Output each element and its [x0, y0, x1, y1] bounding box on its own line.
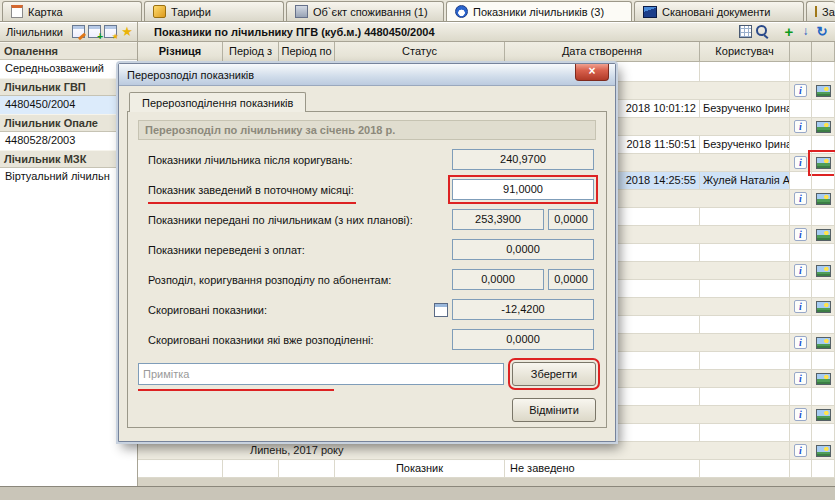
- info-cell[interactable]: і: [790, 298, 812, 316]
- calc-icon[interactable]: [434, 303, 448, 317]
- column-header[interactable]: Різниця: [138, 42, 223, 62]
- info-icon[interactable]: і: [794, 300, 807, 313]
- photo-icon[interactable]: [816, 445, 831, 457]
- dialog-field-2: Показник заведений в поточному місяці:91…: [138, 179, 596, 200]
- column-header[interactable]: Статус: [335, 42, 505, 62]
- photo-icon[interactable]: [816, 193, 831, 205]
- cell: [790, 244, 812, 262]
- tab-3[interactable]: Об`єкт споживання (1): [286, 1, 444, 21]
- column-header[interactable]: Користувач: [700, 42, 790, 62]
- info-icon[interactable]: і: [794, 120, 807, 133]
- info-cell[interactable]: і: [790, 334, 812, 352]
- photo-cell[interactable]: [812, 226, 835, 244]
- info-icon[interactable]: і: [794, 228, 807, 241]
- meter-item[interactable]: Середньозважений: [0, 60, 137, 78]
- photo-icon[interactable]: [816, 409, 831, 421]
- tab-2[interactable]: Тарифи: [144, 1, 284, 21]
- photo-cell[interactable]: [812, 118, 835, 136]
- photo-cell[interactable]: [812, 298, 835, 316]
- info-icon[interactable]: і: [794, 264, 807, 277]
- tab-1[interactable]: Картка: [2, 1, 142, 21]
- photo-cell-annotated[interactable]: [812, 154, 835, 172]
- add-icon[interactable]: +: [782, 25, 796, 38]
- meter-item[interactable]: Віртуальний лічильн: [0, 168, 137, 186]
- cell: [812, 424, 835, 442]
- photo-cell[interactable]: [812, 190, 835, 208]
- info-cell[interactable]: і: [790, 262, 812, 280]
- field-value: 0,0000: [452, 329, 594, 350]
- photo-cell[interactable]: [812, 406, 835, 424]
- reading-row[interactable]: ПоказникНе заведено: [138, 460, 835, 478]
- info-icon[interactable]: і: [794, 84, 807, 97]
- cancel-row: Відмінити: [138, 398, 596, 422]
- field-value: 253,3900: [452, 209, 544, 230]
- cancel-button[interactable]: Відмінити: [512, 398, 596, 422]
- save-button[interactable]: Зберегти: [512, 362, 596, 386]
- object-icon: [295, 5, 308, 18]
- month-label: Липень, 2017 року: [138, 442, 790, 460]
- info-icon[interactable]: і: [794, 192, 807, 205]
- column-header[interactable]: Період з: [223, 42, 279, 62]
- tab-label: За: [822, 6, 835, 18]
- cell: [812, 352, 835, 370]
- photo-cell[interactable]: [812, 82, 835, 100]
- tab-4[interactable]: Показники лічильників (3): [446, 1, 632, 21]
- note-input[interactable]: [138, 363, 504, 385]
- meter-star-icon[interactable]: ★: [120, 25, 134, 38]
- cell: [223, 460, 279, 478]
- note-row: Зберегти: [138, 362, 596, 386]
- cell: [700, 62, 790, 82]
- photo-cell[interactable]: [812, 370, 835, 388]
- info-icon[interactable]: і: [794, 156, 807, 169]
- grid-icon[interactable]: [739, 25, 752, 38]
- dialog-tab[interactable]: Перерозподілення показників: [129, 92, 306, 112]
- info-icon[interactable]: і: [794, 336, 807, 349]
- month-row[interactable]: Липень, 2017 рокуі: [138, 442, 835, 460]
- cell: [279, 460, 335, 478]
- info-icon[interactable]: і: [794, 372, 807, 385]
- photo-icon[interactable]: [816, 121, 831, 133]
- photo-icon[interactable]: [816, 337, 831, 349]
- photo-cell[interactable]: [812, 442, 835, 460]
- info-cell[interactable]: і: [790, 442, 812, 460]
- cell: [812, 62, 835, 82]
- find-icon[interactable]: [755, 25, 769, 38]
- info-cell[interactable]: і: [790, 190, 812, 208]
- meter-item[interactable]: 4480528/2003: [0, 132, 137, 150]
- meter-edit-icon[interactable]: [72, 25, 85, 38]
- info-cell[interactable]: і: [790, 370, 812, 388]
- column-header[interactable]: Період по: [279, 42, 335, 62]
- close-icon[interactable]: ×: [575, 64, 609, 81]
- dialog-titlebar[interactable]: Перерозподіл показників ×: [119, 64, 615, 86]
- info-icon[interactable]: і: [794, 408, 807, 421]
- photo-icon[interactable]: [816, 301, 831, 313]
- cell: [790, 208, 812, 226]
- tab-5[interactable]: Скановані документи: [634, 1, 804, 21]
- photo-icon[interactable]: [816, 265, 831, 277]
- photo-icon[interactable]: [816, 229, 831, 241]
- meters-panel-header: Лічильники ★: [0, 22, 138, 42]
- tab-6[interactable]: За: [806, 1, 835, 21]
- photo-icon[interactable]: [816, 373, 831, 385]
- info-cell[interactable]: і: [790, 118, 812, 136]
- column-header[interactable]: Дата створення: [505, 42, 700, 62]
- sort-down-icon[interactable]: ↓: [799, 25, 812, 38]
- cell: [700, 208, 790, 226]
- meter-item[interactable]: 4480450/2004: [0, 96, 137, 114]
- photo-icon[interactable]: [816, 85, 831, 97]
- folder-icon: [815, 6, 817, 17]
- refresh-icon[interactable]: ↻: [815, 25, 829, 38]
- info-cell[interactable]: і: [790, 406, 812, 424]
- info-cell[interactable]: і: [790, 154, 812, 172]
- field-value-input[interactable]: 91,0000: [452, 179, 594, 200]
- photo-cell[interactable]: [812, 334, 835, 352]
- photo-icon[interactable]: [816, 157, 831, 169]
- info-icon[interactable]: і: [794, 444, 807, 457]
- cell: [790, 424, 812, 442]
- info-cell[interactable]: і: [790, 82, 812, 100]
- meter-report-icon[interactable]: [104, 25, 117, 38]
- photo-cell[interactable]: [812, 262, 835, 280]
- meter-add-icon[interactable]: [88, 25, 101, 38]
- meters-panel-title: Лічильники: [6, 26, 63, 38]
- info-cell[interactable]: і: [790, 226, 812, 244]
